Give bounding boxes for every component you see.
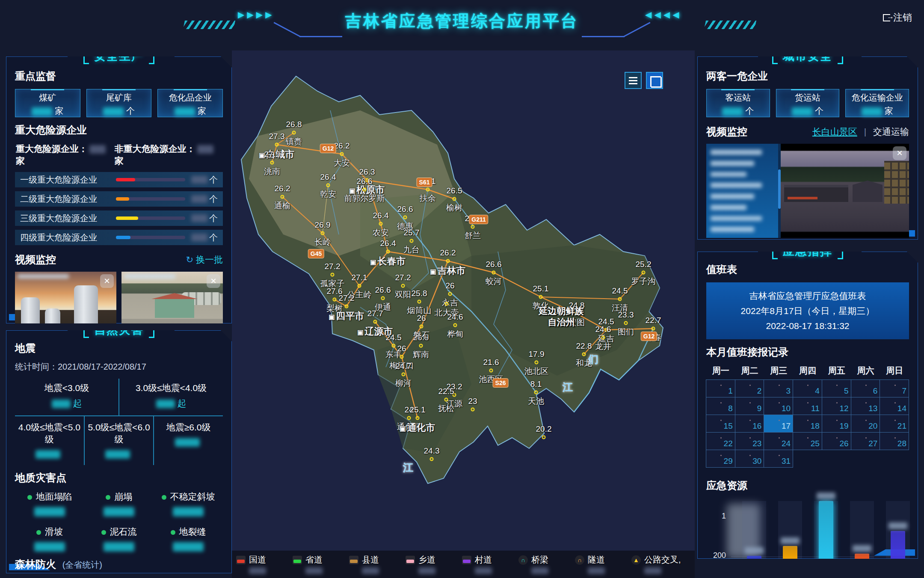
map-station-dot[interactable] xyxy=(601,336,605,340)
map-station-dot[interactable] xyxy=(416,416,420,420)
map-station-dot[interactable] xyxy=(270,161,274,165)
calendar-day-cell[interactable]: 9 xyxy=(735,397,764,415)
calendar-day-cell[interactable]: 17 xyxy=(764,415,793,433)
logout-button[interactable]: 注销 xyxy=(883,11,912,24)
calendar-day-cell[interactable]: 16 xyxy=(735,415,764,433)
map-station-dot[interactable] xyxy=(420,325,424,329)
camera-list-item[interactable] xyxy=(711,172,746,177)
calendar-day-cell[interactable]: 21 xyxy=(880,415,909,433)
map-station-dot[interactable] xyxy=(618,297,622,301)
map-station-dot[interactable] xyxy=(471,408,475,412)
map-station-dot[interactable] xyxy=(381,296,385,300)
map-station-dot[interactable] xyxy=(489,369,493,373)
map-station-dot[interactable] xyxy=(402,373,406,376)
legend-item-line[interactable]: 省道 xyxy=(293,554,349,574)
map-station-dot[interactable] xyxy=(333,298,337,302)
legend-item-bridge[interactable]: ∩桥梁 xyxy=(518,554,575,574)
map-station-dot[interactable] xyxy=(430,457,434,461)
camera-list[interactable] xyxy=(706,144,778,238)
link-changbaishan[interactable]: 长白山景区 xyxy=(812,127,857,136)
calendar-day-cell[interactable]: 6 xyxy=(851,379,880,397)
legend-item-line[interactable]: 国道 xyxy=(236,554,293,574)
map-station-dot[interactable] xyxy=(407,416,411,420)
map-station-dot[interactable] xyxy=(448,292,452,296)
calendar-day-cell[interactable]: 24 xyxy=(764,432,793,450)
camera-list-item[interactable] xyxy=(711,205,746,210)
map-station-dot[interactable] xyxy=(652,327,655,331)
calendar-day-cell[interactable]: 15 xyxy=(706,415,735,433)
camera-list-item[interactable] xyxy=(711,227,754,232)
legend-item-line[interactable]: 村道 xyxy=(462,554,518,574)
camera-list-item[interactable] xyxy=(711,150,762,155)
map-station-dot[interactable] xyxy=(534,391,538,394)
city-video-close-icon[interactable]: ✕ xyxy=(893,146,906,160)
refresh-batch-button[interactable]: ↻换一批 xyxy=(186,254,223,266)
legend-item-tunnel[interactable]: ∩隧道 xyxy=(575,554,631,574)
calendar-day-cell[interactable]: 30 xyxy=(735,450,764,468)
calendar-day-cell[interactable]: 8 xyxy=(706,397,735,415)
calendar-day-cell[interactable]: 22 xyxy=(706,432,735,450)
calendar-day-cell[interactable]: 7 xyxy=(880,379,909,397)
map-station-dot[interactable] xyxy=(331,273,335,277)
map-station-dot[interactable] xyxy=(535,361,539,365)
map-station-dot[interactable] xyxy=(292,131,296,135)
map-station-dot[interactable] xyxy=(386,250,390,254)
map-station-dot[interactable] xyxy=(446,259,450,263)
calendar-day-cell[interactable]: 19 xyxy=(822,415,851,433)
map-station-dot[interactable] xyxy=(453,197,456,201)
map-station-dot[interactable] xyxy=(410,239,414,243)
camera-list-item[interactable] xyxy=(711,194,754,199)
map-station-dot[interactable] xyxy=(471,225,475,229)
camera1-close-icon[interactable]: ✕ xyxy=(100,274,114,288)
calendar-day-cell[interactable]: 3 xyxy=(764,379,793,397)
province-map[interactable]: 26.8镇赉27.3白城市27.5洮南26.2大安26.3松原市26.6前郭尔罗… xyxy=(232,50,695,578)
calendar-day-cell[interactable]: 27 xyxy=(851,432,880,450)
map-station-dot[interactable] xyxy=(400,355,404,359)
map-station-dot[interactable] xyxy=(403,216,407,219)
map-layers-button[interactable] xyxy=(625,72,642,89)
legend-item-line[interactable]: 县道 xyxy=(349,554,406,574)
map-station-dot[interactable] xyxy=(445,302,449,306)
camera-list-item[interactable] xyxy=(711,183,762,188)
map-station-dot[interactable] xyxy=(539,295,543,299)
map-station-dot[interactable] xyxy=(642,271,646,275)
calendar-day-cell[interactable]: 2 xyxy=(735,379,764,397)
map-station-dot[interactable] xyxy=(392,344,396,348)
map-station-dot[interactable] xyxy=(326,184,330,187)
map-station-dot[interactable] xyxy=(444,398,448,402)
map-station-dot[interactable] xyxy=(275,143,279,147)
calendar-day-cell[interactable]: 28 xyxy=(880,432,909,450)
calendar-day-cell[interactable]: 18 xyxy=(793,415,822,433)
city-video-frame[interactable]: ✕ xyxy=(781,144,909,238)
map-station-dot[interactable] xyxy=(418,300,421,304)
calendar-day-cell[interactable]: 26 xyxy=(822,432,851,450)
map-station-dot[interactable] xyxy=(281,195,284,199)
calendar-day-cell[interactable]: 29 xyxy=(706,450,735,468)
calendar-day-cell[interactable]: 11 xyxy=(793,397,822,415)
legend-item-line[interactable]: 乡道 xyxy=(406,554,462,574)
link-transport[interactable]: 交通运输 xyxy=(873,127,909,136)
calendar-day-cell[interactable]: 12 xyxy=(822,397,851,415)
camera-list-item[interactable] xyxy=(711,161,754,166)
calendar-day-cell[interactable]: 14 xyxy=(880,397,909,415)
calendar-day-cell[interactable]: 20 xyxy=(851,415,880,433)
calendar-day-cell[interactable]: 4 xyxy=(793,379,822,397)
map-station-dot[interactable] xyxy=(419,344,423,348)
calendar-day-cell[interactable]: 1 xyxy=(706,379,735,397)
map-fullscreen-button[interactable] xyxy=(646,72,663,89)
map-station-dot[interactable] xyxy=(373,320,377,324)
map-station-dot[interactable] xyxy=(624,321,628,325)
map-station-dot[interactable] xyxy=(340,152,344,156)
map-station-dot[interactable] xyxy=(426,188,430,192)
map-station-dot[interactable] xyxy=(379,222,383,226)
camera2-close-icon[interactable]: ✕ xyxy=(207,274,220,288)
map-station-dot[interactable] xyxy=(492,271,496,275)
map-station-dot[interactable] xyxy=(453,323,457,327)
map-station-dot[interactable] xyxy=(358,284,361,288)
calendar-day-cell[interactable]: 31 xyxy=(764,450,793,468)
camera-list-item[interactable] xyxy=(711,216,762,221)
calendar-day-cell[interactable]: 13 xyxy=(851,397,880,415)
calendar-day-cell[interactable]: 5 xyxy=(822,379,851,397)
legend-item-junction[interactable]: ▲公路交叉, xyxy=(631,554,688,574)
calendar-day-cell[interactable]: 10 xyxy=(764,397,793,415)
